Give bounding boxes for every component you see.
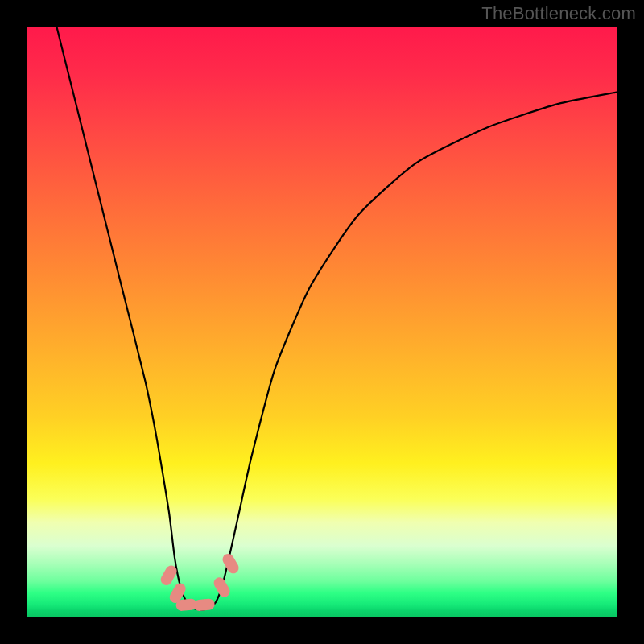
plot-area xyxy=(27,27,617,617)
watermark-text: TheBottleneck.com xyxy=(481,3,636,24)
marker-group xyxy=(159,551,241,611)
bottleneck-curve xyxy=(57,27,617,609)
chart-frame: TheBottleneck.com xyxy=(0,0,644,644)
curve-marker xyxy=(221,551,241,576)
chart-svg xyxy=(27,27,617,617)
curve-marker xyxy=(212,576,232,600)
curve-marker xyxy=(193,598,215,611)
